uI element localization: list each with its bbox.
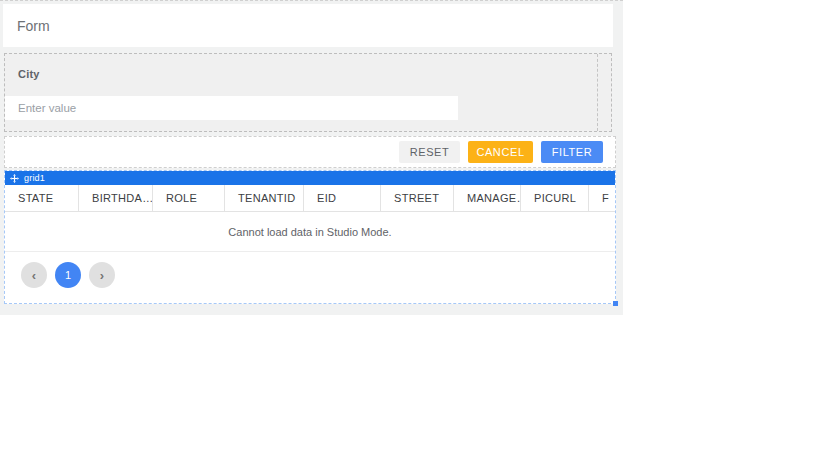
column-header-truncated[interactable]: F bbox=[589, 185, 615, 211]
studio-canvas: Form City RESET CANCEL FILTER grid1 bbox=[0, 0, 623, 315]
grid-empty-message: Cannot load data in Studio Mode. bbox=[5, 212, 615, 252]
city-field-label: City bbox=[18, 68, 40, 80]
form-card: Form bbox=[3, 4, 613, 47]
column-header-birthday[interactable]: BIRTHDA… bbox=[79, 185, 153, 211]
column-header-street[interactable]: STREET bbox=[381, 185, 454, 211]
form-title: Form bbox=[17, 18, 50, 34]
cancel-button[interactable]: CANCEL bbox=[468, 141, 533, 163]
filter-section: City bbox=[4, 53, 612, 132]
filter-button[interactable]: FILTER bbox=[541, 141, 603, 163]
column-header-picurl[interactable]: PICURL bbox=[521, 185, 589, 211]
city-input[interactable] bbox=[5, 96, 458, 120]
form-button-row: RESET CANCEL FILTER bbox=[4, 136, 616, 168]
grid-titlebar[interactable]: grid1 bbox=[5, 171, 615, 185]
grid-header-row: STATE BIRTHDA… ROLE TENANTID EID STREET … bbox=[5, 185, 615, 212]
chevron-right-icon: › bbox=[100, 268, 104, 283]
grid-widget-label: grid1 bbox=[24, 173, 45, 183]
column-header-manager[interactable]: MANAGE… bbox=[454, 185, 521, 211]
column-header-role[interactable]: ROLE bbox=[153, 185, 225, 211]
filter-section-resize-gutter[interactable] bbox=[597, 54, 598, 131]
column-header-tenantid[interactable]: TENANTID bbox=[225, 185, 304, 211]
column-header-eid[interactable]: EID bbox=[304, 185, 381, 211]
pagination-next-button[interactable]: › bbox=[89, 262, 115, 288]
column-header-state[interactable]: STATE bbox=[5, 185, 79, 211]
grid-widget[interactable]: grid1 STATE BIRTHDA… ROLE TENANTID EID S… bbox=[4, 170, 616, 304]
pagination-page-1-button[interactable]: 1 bbox=[55, 262, 81, 288]
reset-button[interactable]: RESET bbox=[399, 141, 460, 163]
chevron-left-icon: ‹ bbox=[32, 268, 36, 283]
grid-pagination: ‹ 1 › bbox=[5, 252, 615, 288]
grid-resize-handle[interactable] bbox=[613, 301, 618, 306]
move-icon bbox=[10, 174, 19, 183]
pagination-prev-button[interactable]: ‹ bbox=[21, 262, 47, 288]
